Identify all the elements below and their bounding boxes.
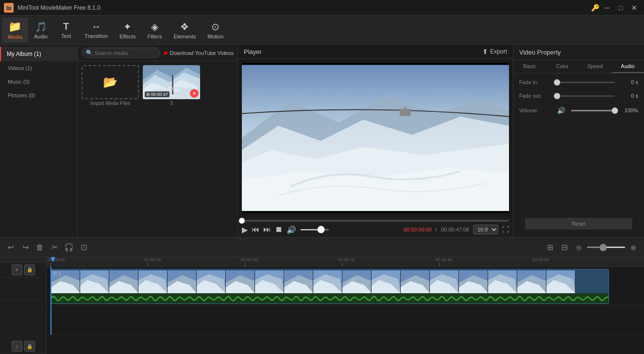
search-input[interactable] bbox=[95, 50, 156, 56]
fade-in-value: 0 s bbox=[619, 79, 638, 85]
properties-title: Video Property bbox=[519, 49, 561, 56]
tab-color-label: Color bbox=[556, 63, 569, 69]
reset-button[interactable]: Reset bbox=[525, 218, 632, 230]
magnet-button[interactable]: ⊟ bbox=[558, 241, 571, 254]
lock-audio-track-button[interactable]: 🔒 bbox=[24, 341, 35, 352]
frame-svg-16 bbox=[488, 270, 517, 293]
crop-button[interactable]: ⊡ bbox=[77, 241, 90, 254]
toolbar-text[interactable]: T Text bbox=[53, 18, 79, 43]
frame-13 bbox=[401, 270, 430, 293]
frame-17 bbox=[517, 270, 546, 293]
clip-frame-icon: ⊞ bbox=[53, 270, 57, 276]
audio-detach-button[interactable]: 🎧 bbox=[62, 241, 76, 254]
toolbar-audio[interactable]: 🎵 Audio bbox=[28, 18, 53, 43]
motion-icon: ⊙ bbox=[211, 21, 220, 33]
delete-button[interactable]: 🗑 bbox=[33, 241, 47, 254]
search-box[interactable]: 🔍 bbox=[82, 48, 160, 58]
frame-4 bbox=[138, 270, 168, 293]
sidebar-item-my-album[interactable]: My Album (1) bbox=[0, 47, 77, 61]
tab-color[interactable]: Color bbox=[546, 60, 578, 73]
transition-icon: ↔ bbox=[91, 21, 101, 32]
clip-duration-badge: ⊞ 00:00:47 bbox=[145, 91, 169, 97]
add-to-timeline-button[interactable]: + bbox=[190, 89, 199, 98]
undo-button[interactable]: ↩ bbox=[4, 241, 17, 254]
frame-2 bbox=[80, 270, 109, 293]
tab-basic[interactable]: Basic bbox=[513, 60, 546, 73]
tab-speed-label: Speed bbox=[587, 63, 603, 69]
volume-button[interactable]: 🔊 bbox=[287, 225, 296, 234]
toolbar-text-label: Text bbox=[61, 33, 71, 39]
titlebar: 🎬 MiniTool MovieMaker Free 8.1.0 🔑 ─ □ ✕ bbox=[0, 0, 644, 16]
frame-10 bbox=[313, 270, 342, 293]
media-icon: 📁 bbox=[8, 20, 21, 33]
video-clip-timeline[interactable]: ⊞ 3 bbox=[51, 269, 609, 304]
close-button[interactable]: ✕ bbox=[628, 3, 640, 13]
next-frame-button[interactable]: ⏭ bbox=[263, 225, 271, 234]
import-media-item[interactable]: 📂 Import Media Files bbox=[82, 65, 139, 106]
lock-video-track-button[interactable]: 🔒 bbox=[24, 265, 35, 275]
minimize-button[interactable]: ─ bbox=[601, 3, 613, 13]
clip-number: 3 bbox=[58, 270, 61, 276]
add-audio-track-button[interactable]: ♪ bbox=[12, 341, 22, 352]
stop-button[interactable]: ⏹ bbox=[275, 225, 283, 234]
zoom-slider[interactable] bbox=[587, 247, 626, 248]
progress-bar[interactable] bbox=[242, 220, 509, 222]
toolbar-media[interactable]: 📁 Media bbox=[2, 18, 28, 43]
toolbar-effects[interactable]: ✦ Effects bbox=[114, 18, 141, 43]
volume-thumb bbox=[612, 107, 618, 114]
maximize-button[interactable]: □ bbox=[615, 3, 627, 13]
text-icon: T bbox=[63, 21, 69, 32]
toolbar-motion[interactable]: ⊙ Motion bbox=[202, 18, 229, 43]
sidebar-item-videos[interactable]: Videos (1) bbox=[0, 61, 77, 75]
sidebar-item-pictures[interactable]: Pictures (0) bbox=[0, 88, 77, 102]
scene-split-button[interactable]: ⊞ bbox=[543, 241, 557, 254]
play-button[interactable]: ▶ bbox=[242, 225, 248, 234]
window-controls: ─ □ ✕ bbox=[601, 3, 640, 13]
player-controls: ▶ ⏮ ⏭ ⏹ 🔊 00:00:00:00 / 00:00:47:08 16:9… bbox=[238, 217, 513, 237]
elements-icon: ❖ bbox=[180, 21, 189, 33]
export-button[interactable]: ⬆ Export bbox=[482, 48, 507, 55]
video-clip-item[interactable]: ⊞ 00:00:47 + 3 bbox=[143, 65, 200, 106]
toolbar-effects-label: Effects bbox=[119, 34, 136, 39]
zoom-in-button[interactable]: ⊕ bbox=[627, 241, 640, 254]
volume-slider-track[interactable] bbox=[571, 110, 615, 111]
timeline-zoom-controls: ⊞ ⊟ ⊖ ⊕ bbox=[543, 241, 640, 254]
audio-icon: 🎵 bbox=[35, 21, 47, 33]
player-header: Player ⬆ Export bbox=[238, 45, 513, 59]
fullscreen-button[interactable]: ⛶ bbox=[502, 226, 509, 233]
zoom-out-button[interactable]: ⊖ bbox=[572, 241, 586, 254]
frame-svg-14 bbox=[430, 270, 459, 293]
aspect-ratio-select[interactable]: 16:9 4:3 1:1 9:16 bbox=[473, 225, 498, 234]
add-video-track-button[interactable]: + bbox=[12, 265, 22, 275]
effects-icon: ✦ bbox=[123, 21, 132, 33]
fade-in-slider[interactable] bbox=[557, 82, 615, 83]
frame-9 bbox=[284, 270, 313, 293]
frame-svg-2 bbox=[80, 270, 109, 293]
toolbar-transition[interactable]: ↔ Transition bbox=[79, 18, 114, 43]
volume-slider[interactable] bbox=[300, 229, 329, 230]
download-youtube-button[interactable]: ▶ Download YouTube Videos bbox=[164, 50, 234, 56]
sidebar-item-music[interactable]: Music (0) bbox=[0, 75, 77, 88]
ruler-mark-40: 00:00:40 bbox=[435, 257, 452, 262]
frame-16 bbox=[488, 270, 517, 293]
fade-out-slider[interactable] bbox=[557, 95, 615, 97]
tab-audio[interactable]: Audio bbox=[611, 60, 644, 73]
player-title: Player bbox=[244, 48, 262, 55]
frame-svg-3 bbox=[109, 270, 138, 293]
tab-basic-label: Basic bbox=[523, 63, 536, 69]
import-area[interactable]: 📂 bbox=[82, 65, 139, 99]
properties-header: Video Property bbox=[513, 45, 644, 60]
toolbar-filters-label: Filters bbox=[147, 34, 162, 39]
playhead-top bbox=[51, 257, 55, 262]
redo-button[interactable]: ↪ bbox=[18, 241, 32, 254]
cut-button[interactable]: ✂ bbox=[48, 241, 61, 254]
filters-icon: ◈ bbox=[151, 21, 158, 33]
tab-speed[interactable]: Speed bbox=[579, 60, 611, 73]
frame-svg-7 bbox=[226, 270, 255, 293]
toolbar-filters[interactable]: ◈ Filters bbox=[141, 18, 168, 43]
timeline-edit-buttons: ↩ ↪ 🗑 ✂ 🎧 ⊡ bbox=[4, 241, 90, 254]
timeline-track-headers: + 🔒 ♪ 🔒 bbox=[0, 257, 47, 354]
toolbar-elements[interactable]: ❖ Elements bbox=[168, 18, 202, 43]
prev-frame-button[interactable]: ⏮ bbox=[252, 225, 259, 234]
volume-fill bbox=[571, 110, 615, 111]
